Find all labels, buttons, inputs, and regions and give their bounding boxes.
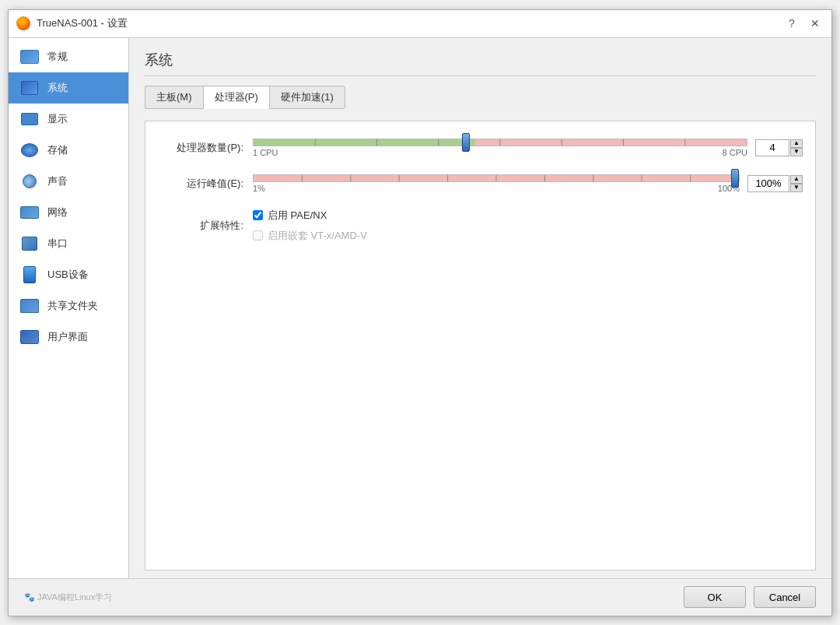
cpu-tick-marks — [254, 139, 747, 146]
sidebar-label-usb: USB设备 — [47, 268, 89, 282]
sidebar-label-network: 网络 — [47, 205, 68, 219]
sidebar: 常规 系统 显示 存储 — [9, 38, 129, 578]
dialog-body: 常规 系统 显示 存储 — [9, 38, 831, 578]
title-bar: TrueNAS-001 - 设置 ? ✕ — [9, 10, 831, 38]
nested-checkbox-row: 启用嵌套 VT-x/AMD-V — [253, 229, 803, 243]
sidebar-label-serial: 串口 — [47, 237, 68, 251]
exec-min-label: 1% — [253, 184, 265, 193]
sidebar-item-ui[interactable]: 用户界面 — [9, 321, 128, 353]
exec-tick-marks — [254, 175, 739, 181]
cpu-count-slider-thumb[interactable] — [462, 133, 470, 152]
exec-cap-spinner-buttons: ▲ ▼ — [790, 175, 803, 192]
display-icon — [21, 113, 38, 125]
nested-checkbox[interactable] — [253, 230, 263, 241]
cpu-slider-wrapper — [253, 139, 747, 146]
exec-cap-slider-thumb[interactable] — [731, 169, 739, 188]
ui-icon — [20, 330, 39, 344]
pae-checkbox[interactable] — [253, 210, 263, 220]
sidebar-item-display[interactable]: 显示 — [9, 104, 128, 135]
exec-cap-input[interactable] — [747, 175, 789, 192]
cpu-count-spinner-buttons: ▲ ▼ — [790, 139, 803, 156]
exec-cap-slider-track[interactable] — [253, 174, 740, 182]
cancel-button[interactable]: Cancel — [754, 586, 816, 608]
main-content: 系统 主板(M) 处理器(P) 硬件加速(1) 处理器数量(P): — [129, 38, 831, 578]
ok-button[interactable]: OK — [684, 586, 746, 608]
share-icon — [20, 299, 39, 313]
cpu-count-spinner: ▲ ▼ — [755, 139, 803, 156]
sidebar-label-storage: 存储 — [47, 143, 68, 157]
sidebar-label-general: 常规 — [47, 50, 68, 64]
window-title: TrueNAS-001 - 设置 — [37, 16, 777, 30]
exec-cap-label: 运行峰值(E): — [158, 177, 243, 191]
cpu-count-row: 处理器数量(P): — [158, 137, 803, 159]
sidebar-item-network[interactable]: 网络 — [9, 197, 128, 228]
cpu-count-up-button[interactable]: ▲ — [790, 139, 803, 148]
exec-cap-down-button[interactable]: ▼ — [790, 184, 803, 192]
title-bar-buttons: ? ✕ — [783, 15, 824, 32]
tab-processor[interactable]: 处理器(P) — [203, 86, 269, 109]
sidebar-label-display: 显示 — [47, 112, 68, 126]
tab-content-processor: 处理器数量(P): — [145, 121, 816, 571]
extended-label-row: 扩展特性: 启用 PAE/NX 启用嵌套 VT-x/AMD-V — [158, 209, 803, 243]
exec-cap-up-button[interactable]: ▲ — [790, 175, 803, 184]
general-icon — [20, 50, 39, 64]
usb-icon — [23, 266, 36, 283]
exec-cap-slider-labels: 1% 100% — [253, 184, 740, 193]
tab-bar: 主板(M) 处理器(P) 硬件加速(1) — [145, 86, 816, 109]
sidebar-item-usb[interactable]: USB设备 — [9, 259, 128, 290]
cpu-count-down-button[interactable]: ▼ — [790, 148, 803, 156]
section-title: 系统 — [145, 51, 816, 76]
sidebar-label-ui: 用户界面 — [47, 330, 88, 344]
sidebar-item-system[interactable]: 系统 — [9, 72, 128, 104]
exec-cap-row: 运行峰值(E): — [158, 173, 803, 195]
sidebar-item-storage[interactable]: 存储 — [9, 135, 128, 166]
pae-checkbox-row: 启用 PAE/NX — [253, 209, 803, 223]
serial-icon — [22, 237, 37, 251]
extended-label: 扩展特性: — [158, 219, 243, 233]
exec-slider-wrapper — [253, 174, 740, 182]
exec-cap-slider-container: 1% 100% — [253, 173, 740, 195]
cpu-count-slider-labels: 1 CPU 8 CPU — [253, 148, 747, 157]
tab-acceleration[interactable]: 硬件加速(1) — [269, 86, 345, 109]
cpu-min-label: 1 CPU — [253, 148, 278, 157]
cpu-count-slider-track[interactable] — [253, 139, 747, 146]
sidebar-item-serial[interactable]: 串口 — [9, 228, 128, 259]
cpu-max-label: 8 CPU — [723, 148, 747, 157]
cpu-count-slider-container: 1 CPU 8 CPU — [253, 137, 747, 159]
cpu-count-input[interactable] — [755, 139, 789, 156]
pae-label: 启用 PAE/NX — [268, 209, 327, 223]
nested-label: 启用嵌套 VT-x/AMD-V — [268, 229, 367, 243]
settings-dialog: TrueNAS-001 - 设置 ? ✕ 常规 系统 — [8, 9, 832, 616]
sidebar-label-system: 系统 — [47, 81, 68, 95]
storage-icon — [21, 143, 38, 157]
dialog-footer: 🐾 JAVA编程Linux学习 OK Cancel — [9, 578, 831, 616]
audio-icon — [23, 174, 37, 188]
sidebar-item-general[interactable]: 常规 — [9, 41, 128, 72]
sidebar-item-audio[interactable]: 声音 — [9, 166, 128, 197]
sidebar-label-audio: 声音 — [47, 174, 68, 188]
sidebar-item-share[interactable]: 共享文件夹 — [9, 290, 128, 321]
watermark: 🐾 JAVA编程Linux学习 — [24, 592, 676, 603]
exec-cap-spinner: ▲ ▼ — [747, 175, 803, 192]
close-button[interactable]: ✕ — [807, 15, 824, 32]
tab-motherboard[interactable]: 主板(M) — [145, 86, 203, 109]
system-icon — [21, 81, 38, 95]
help-button[interactable]: ? — [783, 15, 800, 32]
app-icon — [16, 16, 30, 30]
network-icon — [20, 206, 39, 219]
sidebar-label-share: 共享文件夹 — [47, 299, 98, 313]
cpu-count-label: 处理器数量(P): — [158, 141, 243, 155]
